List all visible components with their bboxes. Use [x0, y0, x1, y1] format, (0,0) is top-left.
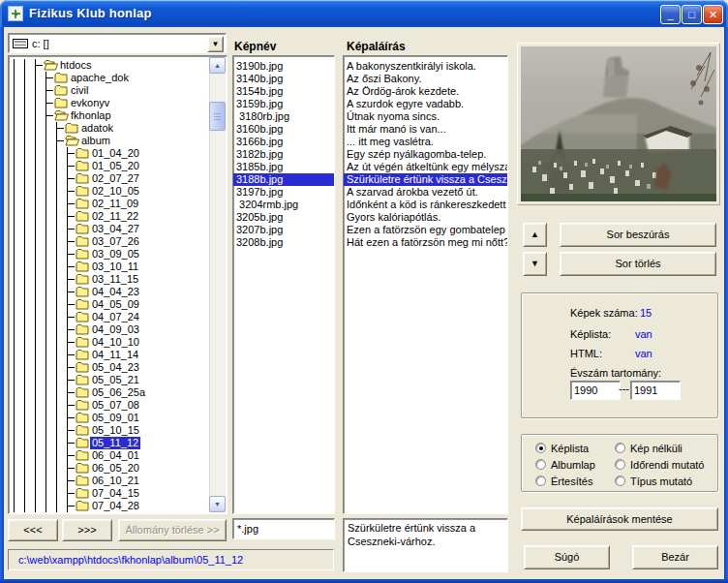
caption-list-item[interactable]: Hát ezen a fatörzsön meg mi nőtt?: [344, 236, 507, 249]
caption-list-item[interactable]: A szurdok egyre vadabb.: [344, 98, 507, 110]
tree-node-label[interactable]: 03_07_26: [90, 235, 141, 248]
tree-node-htdocs[interactable]: htdocs: [10, 59, 208, 72]
tree-node-05_04_23[interactable]: 05_04_23: [10, 361, 208, 374]
filename-list-item[interactable]: 3159b.jpg: [233, 98, 334, 110]
caption-list-item[interactable]: A szarvad árokba vezető út.: [344, 186, 507, 199]
tree-node-05_09_01[interactable]: 05_09_01: [10, 412, 208, 424]
scroll-up-icon[interactable]: ▲: [209, 57, 226, 74]
drive-combobox[interactable]: c: [] ▼: [8, 33, 227, 53]
tree-node-06_04_01[interactable]: 06_04_01: [10, 449, 208, 462]
tree-node-label[interactable]: 05_11_12: [90, 437, 140, 449]
filename-list-item[interactable]: 3140b.jpg: [233, 73, 334, 85]
tree-node-label[interactable]: 05_06_25a: [90, 386, 147, 399]
insert-row-button[interactable]: Sor beszúrás: [560, 223, 716, 247]
tree-node-label[interactable]: 02_11_09: [90, 198, 140, 210]
caption-editor[interactable]: Szürkületre értünk vissza a Cseszneki-vá…: [343, 518, 508, 572]
tree-node-label[interactable]: 04_09_03: [90, 323, 141, 336]
caption-list-item[interactable]: Egy szép nyálkagomba-telep.: [344, 148, 507, 161]
caption-list-item[interactable]: Itt már manó is van...: [344, 123, 507, 136]
scroll-down-icon[interactable]: ▼: [209, 496, 226, 512]
caption-list-item[interactable]: Útnak nyoma sincs.: [344, 110, 507, 123]
filename-list-item[interactable]: 3207b.jpg: [233, 224, 334, 236]
directory-tree[interactable]: htdocsapache_dokcivilevkonyvfkhonlapadat…: [8, 55, 228, 514]
tree-node-04_04_23[interactable]: 04_04_23: [10, 286, 208, 298]
filename-list-item[interactable]: 3208b.jpg: [233, 236, 334, 249]
next-folder-button[interactable]: >>>: [62, 519, 112, 541]
maximize-button[interactable]: □: [682, 5, 702, 24]
tree-node-03_10_11[interactable]: 03_10_11: [10, 261, 208, 273]
file-filter-input[interactable]: [237, 521, 330, 537]
tree-node-label[interactable]: adatok: [79, 122, 115, 135]
radio-output-right-3[interactable]: Típus mutató: [615, 475, 692, 487]
caption-list-item[interactable]: Az Ördög-árok kezdete.: [344, 85, 507, 98]
tree-node-label[interactable]: 04_04_23: [90, 286, 141, 298]
tree-node-01_04_20[interactable]: 01_04_20: [10, 147, 208, 160]
tree-node-03_11_15[interactable]: 03_11_15: [10, 273, 208, 286]
caption-list-item[interactable]: Az őszi Bakony.: [344, 73, 507, 85]
caption-list-item[interactable]: Szürkületre értünk vissza a Cseszneki-vá…: [344, 173, 507, 186]
tree-node-label[interactable]: 06_05_20: [90, 462, 141, 475]
tree-node-label[interactable]: 03_04_27: [90, 223, 141, 235]
tree-node-label[interactable]: 01_04_20: [90, 147, 141, 160]
filename-list-item[interactable]: 3204rmb.jpg: [233, 199, 334, 211]
tree-node-label[interactable]: 05_04_23: [90, 361, 141, 374]
tree-node-label[interactable]: 05_09_01: [90, 412, 141, 424]
tree-node-label[interactable]: civil: [69, 84, 90, 97]
tree-node-fkhonlap[interactable]: fkhonlap: [10, 109, 208, 122]
tree-node-label[interactable]: 04_11_14: [90, 349, 140, 361]
image-caption-list[interactable]: A bakonyszentkirályi iskola.Az őszi Bako…: [343, 55, 508, 514]
tree-node-07_04_28[interactable]: 07_04_28: [10, 500, 208, 512]
tree-node-label[interactable]: 04_10_10: [90, 336, 141, 349]
filename-list-item[interactable]: 3197b.jpg: [233, 186, 334, 199]
tree-node-04_11_14[interactable]: 04_11_14: [10, 349, 208, 361]
tree-node-06_10_21[interactable]: 06_10_21: [10, 475, 208, 487]
tree-node-05_06_25a[interactable]: 05_06_25a: [10, 386, 208, 399]
prev-folder-button[interactable]: <<<: [8, 519, 58, 541]
year-to-input[interactable]: [634, 384, 677, 397]
radio-icon[interactable]: [615, 459, 625, 470]
radio-icon[interactable]: [615, 443, 625, 453]
radio-icon[interactable]: [535, 443, 546, 453]
tree-node-label[interactable]: 07_04_15: [90, 487, 141, 500]
radio-output-left-3[interactable]: Értesítés: [535, 475, 592, 487]
filename-list-item[interactable]: 3182b.jpg: [233, 148, 334, 161]
tree-node-05_05_21[interactable]: 05_05_21: [10, 374, 208, 386]
tree-node-label[interactable]: 05_07_08: [90, 399, 141, 412]
image-filename-list[interactable]: 3190b.jpg3140b.jpg3154b.jpg3159b.jpg 318…: [232, 55, 335, 514]
tree-node-label[interactable]: htdocs: [58, 59, 93, 72]
tree-node-label[interactable]: 05_10_15: [90, 424, 141, 437]
tree-node-03_07_26[interactable]: 03_07_26: [10, 235, 208, 248]
tree-node-01_05_20[interactable]: 01_05_20: [10, 160, 208, 172]
tree-node-label[interactable]: 04_07_24: [90, 311, 141, 323]
radio-output-left-1[interactable]: Képlista: [535, 442, 589, 454]
tree-node-02_10_05[interactable]: 02_10_05: [10, 185, 208, 198]
filename-list-item[interactable]: 3166b.jpg: [233, 136, 334, 148]
year-from-input[interactable]: [574, 384, 617, 397]
tree-node-album[interactable]: album: [10, 135, 208, 147]
tree-node-civil[interactable]: civil: [10, 84, 208, 97]
titlebar[interactable]: Fizikus Klub honlap _ □ ✕: [0, 0, 728, 27]
tree-node-label[interactable]: 03_10_11: [90, 261, 140, 273]
close-app-button[interactable]: Bezár: [632, 545, 718, 569]
tree-node-label[interactable]: apache_dok: [69, 72, 131, 84]
caption-list-item[interactable]: Az út végén átkeltünk egy mélysza: [344, 161, 507, 173]
tree-node-05_10_15[interactable]: 05_10_15: [10, 424, 208, 437]
tree-node-label[interactable]: 04_05_09: [90, 298, 141, 311]
tree-node-label[interactable]: 02_07_27: [90, 172, 141, 185]
radio-icon[interactable]: [535, 459, 546, 470]
tree-node-adatok[interactable]: adatok: [10, 122, 208, 135]
tree-node-label[interactable]: evkonyv: [69, 97, 111, 109]
filename-list-item[interactable]: 3160b.jpg: [233, 123, 334, 136]
caption-list-item[interactable]: A bakonyszentkirályi iskola.: [344, 60, 507, 73]
tree-node-04_10_10[interactable]: 04_10_10: [10, 336, 208, 349]
tree-node-03_04_27[interactable]: 03_04_27: [10, 223, 208, 235]
tree-node-label[interactable]: fkhonlap: [69, 109, 113, 122]
close-button[interactable]: ✕: [703, 5, 723, 24]
tree-node-apache_dok[interactable]: apache_dok: [10, 72, 208, 84]
tree-node-04_05_09[interactable]: 04_05_09: [10, 298, 208, 311]
tree-node-04_07_24[interactable]: 04_07_24: [10, 311, 208, 323]
tree-node-label[interactable]: 06_04_01: [90, 449, 141, 462]
filename-list-item[interactable]: 3180rb.jpg: [233, 110, 334, 123]
tree-node-label[interactable]: 01_05_20: [90, 160, 141, 172]
tree-node-label[interactable]: album: [79, 135, 112, 147]
